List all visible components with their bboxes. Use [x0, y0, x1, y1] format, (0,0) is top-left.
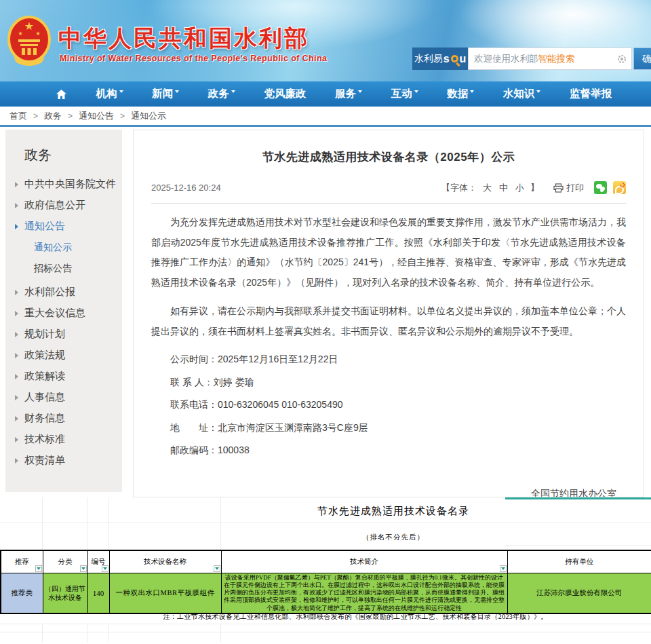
sidebar-item-info-disclosure[interactable]: 政府信息公开 [5, 195, 122, 216]
cell-name: 一种双出水口MBR平板膜组件 [109, 573, 221, 613]
nav-item-knowledge[interactable]: 水知识 [503, 87, 541, 101]
sidebar-item-finance[interactable]: 财务信息 [5, 408, 122, 429]
sidebar-item-plans[interactable]: 规划计划 [5, 324, 122, 345]
nav-item-report[interactable]: 监督举报 [570, 87, 612, 101]
sidebar-item-personnel[interactable]: 人事信息 [5, 387, 122, 408]
postal-code: 邮政编码：100038 [151, 440, 626, 461]
nav-item-orgs[interactable]: 机构 [96, 87, 123, 101]
table-row: 推荐类 （四）通用节水技术设备 140 一种双出水口MBR平板膜组件 该设备采用… [1, 573, 651, 613]
filter-icon[interactable] [500, 565, 507, 572]
breadcrumb-home[interactable]: 首页 [9, 110, 27, 122]
svg-text:★: ★ [35, 31, 40, 37]
filter-icon[interactable] [102, 565, 108, 572]
sidebar-item-policies[interactable]: 政策法规 [5, 345, 122, 366]
font-size-large[interactable]: 大 [481, 182, 493, 194]
filter-icon[interactable] [80, 565, 87, 572]
nav-item-services[interactable]: 服务 [335, 87, 362, 101]
main-area: 政务 中共中央国务院文件 政府信息公开 通知公告 通知公示 招标公告 水利部公报… [0, 127, 651, 497]
page-title: 节水先进成熟适用技术设备名录（2025年）公示 [151, 149, 626, 165]
svg-text:★: ★ [18, 31, 22, 37]
triangle-icon [15, 332, 18, 337]
article-panel: 节水先进成熟适用技术设备名录（2025年）公示 2025-12-16 20:24… [133, 130, 644, 497]
search-bar: 水利易 s u 欢迎使用水利部 智能搜索 确定 [412, 48, 651, 70]
chevron-down-icon [414, 90, 418, 93]
search-brand-text: 水利易 [414, 53, 443, 65]
weibo-share-icon[interactable] [613, 181, 626, 194]
breadcrumb-notices[interactable]: 通知公告 [79, 110, 114, 122]
triangle-icon [15, 353, 18, 358]
attachment-table: 推荐 分类 编号 技术设备名称 技术简介 持有单位 推荐类 （四）通用节水技术设… [0, 550, 651, 614]
notice-period: 公示时间：2025年12月16日至12月22日 [151, 349, 626, 370]
font-size-small[interactable]: 小 [514, 182, 526, 194]
cell-intro: 该设备采用PVDF（聚偏氟乙烯）与PET（聚酯）复合材质的平板膜，膜孔径为0.1… [221, 573, 507, 613]
search-input[interactable]: 欢迎使用水利部 智能搜索 [468, 48, 632, 70]
sidebar-item-meetings[interactable]: 重大会议信息 [5, 303, 122, 324]
filter-icon[interactable] [214, 565, 220, 572]
breadcrumb-govaffairs[interactable]: 政务 [44, 110, 62, 122]
gear-icon[interactable] [617, 54, 627, 64]
triangle-icon [15, 458, 18, 463]
search-brand: 水利易 s u [412, 48, 468, 70]
breadcrumb: 首页 > 政务 > 通知公告 > 通知公示 [0, 107, 651, 127]
attachment-preview[interactable]: 节水先进成熟适用技术设备名录 （排名不分先后） 推荐 分类 编号 技术设备名称 … [0, 497, 651, 643]
breadcrumb-announcements[interactable]: 通知公示 [131, 110, 166, 122]
col-header-category: 分类 [43, 550, 87, 573]
paragraph: 为充分发挥先进成熟适用技术对节水型社会建设和绿色发展的重要支撑作用，激发节水产业… [151, 212, 626, 292]
nav-home[interactable] [56, 89, 67, 100]
sidebar-item-gazette[interactable]: 水利部公报 [5, 282, 122, 303]
col-header-recommend: 推荐 [1, 550, 43, 573]
sidebar-subitem-bidding[interactable]: 招标公告 [5, 258, 122, 279]
nav-item-news[interactable]: 新闻 [152, 87, 179, 101]
triangle-icon [15, 416, 18, 421]
sidebar-item-central-docs[interactable]: 中共中央国务院文件 [5, 174, 122, 195]
national-emblem-icon: ★ ★ ★ [7, 15, 52, 68]
sidebar: 政务 中共中央国务院文件 政府信息公开 通知公告 通知公示 招标公告 水利部公报… [5, 130, 122, 492]
sidebar-title: 政务 [5, 139, 122, 174]
search-submit-button[interactable]: 确定 [633, 48, 651, 70]
nav-item-govaffairs[interactable]: 政务 [208, 87, 235, 101]
contact-phone: 联系电话：010-63206045 010-63205490 [151, 395, 626, 415]
print-button[interactable]: 打印 [553, 182, 584, 194]
col-header-holder: 持有单位 [507, 550, 651, 573]
chevron-down-icon [119, 90, 123, 93]
nav-item-party[interactable]: 党风廉政 [264, 87, 306, 101]
magnifier-icon [451, 55, 458, 62]
cell-recommend: 推荐类 [1, 573, 43, 613]
attachment-title: 节水先进成熟适用技术设备名录 [0, 497, 651, 523]
wechat-share-icon[interactable] [594, 181, 607, 194]
sidebar-item-notices[interactable]: 通知公告 [5, 216, 122, 237]
triangle-icon [15, 290, 18, 295]
font-size-medium[interactable]: 中 [498, 182, 509, 194]
sidebar-item-responsibilities[interactable]: 权责清单 [5, 450, 122, 471]
sidebar-item-interpretation[interactable]: 政策解读 [5, 366, 122, 387]
article-body: 为充分发挥先进成熟适用技术对节水型社会建设和绿色发展的重要支撑作用，激发节水产业… [151, 212, 626, 497]
table-header-row: 推荐 分类 编号 技术设备名称 技术简介 持有单位 [1, 550, 651, 573]
main-nav: 机构 新闻 政务 党风廉政 服务 互动 数据 水知识 监督举报 [0, 81, 651, 107]
sidebar-subitem-announcements[interactable]: 通知公示 [5, 237, 122, 258]
col-header-number: 编号 [87, 550, 109, 573]
nav-item-interact[interactable]: 互动 [391, 87, 418, 101]
signature-office: 全国节约用水办公室 [151, 482, 616, 498]
site-subtitle: Ministry of Water Resources of the Peopl… [60, 54, 327, 63]
chevron-down-icon [231, 90, 235, 93]
paragraph: 如有异议，请在公示期内与我部联系并提交书面证明材料。以单位名义提出异议的，须加盖… [151, 301, 626, 341]
chevron-down-icon [175, 90, 179, 93]
publish-date: 2025-12-16 20:24 [151, 183, 221, 193]
cell-holder: 江苏沛尔膜业股份有限公司 [507, 573, 651, 613]
triangle-icon [15, 224, 18, 229]
nav-item-data[interactable]: 数据 [447, 87, 474, 101]
attachment-subtitle: （排名不分先后） [0, 527, 651, 548]
attachment-note: 注：工业节水技术设备见工业和信息化部、水利部联合发布的《国家鼓励的工业节水工艺、… [0, 612, 651, 622]
filter-icon[interactable] [35, 565, 42, 572]
cell-number: 140 [87, 573, 109, 613]
col-header-name: 技术设备名称 [109, 550, 221, 573]
sidebar-item-standards[interactable]: 技术标准 [5, 429, 122, 450]
triangle-icon [15, 311, 18, 316]
triangle-icon [15, 182, 18, 187]
svg-text:★: ★ [24, 20, 34, 32]
chevron-down-icon [358, 90, 362, 93]
contact-person: 联 系 人：刘婷 娄瑜 [151, 373, 626, 393]
site-banner: ★ ★ ★ 中华人民共和国水利部 Ministry of Water Resou… [0, 0, 651, 81]
cell-category: （四）通用节水技术设备 [43, 573, 87, 613]
home-icon [56, 89, 67, 100]
